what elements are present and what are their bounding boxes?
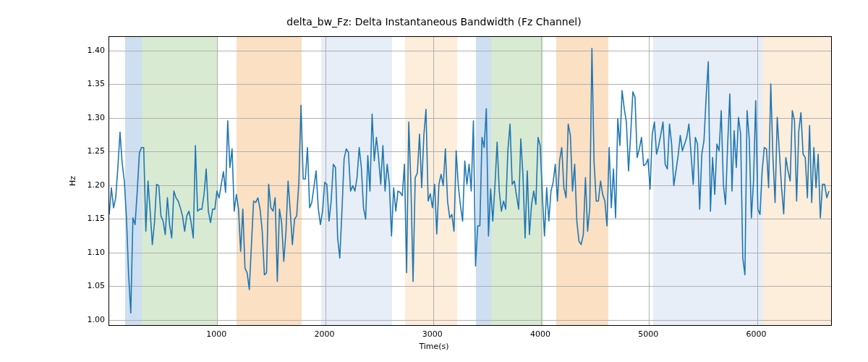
x-tick-label: 3000 (422, 329, 443, 339)
y-tick-label: 1.30 (88, 112, 106, 122)
y-tick-label: 1.05 (88, 281, 106, 290)
y-tick-label: 1.10 (88, 247, 106, 256)
chart-figure: delta_bw_Fz: Delta Instantaneous Bandwid… (0, 0, 868, 362)
x-tick-label: 1000 (206, 329, 226, 339)
x-tick-label: 6000 (746, 329, 767, 339)
x-tick-label: 5000 (638, 329, 658, 339)
y-axis-label: Hz (68, 176, 77, 186)
y-tick-label: 1.35 (88, 79, 106, 88)
x-tick-label: 2000 (315, 329, 335, 339)
x-tick-label: 4000 (530, 329, 550, 339)
y-tick-label: 1.25 (88, 146, 106, 156)
x-axis-label: Time(s) (0, 342, 868, 351)
plot-area (109, 36, 832, 326)
y-tick-label: 1.00 (88, 314, 106, 324)
chart-title: delta_bw_Fz: Delta Instantaneous Bandwid… (0, 16, 868, 28)
line-plot-svg (109, 37, 831, 325)
y-tick-label: 1.15 (88, 214, 106, 223)
data-series-line (109, 49, 829, 313)
y-tick-label: 1.20 (88, 180, 106, 189)
y-tick-label: 1.40 (88, 45, 106, 54)
